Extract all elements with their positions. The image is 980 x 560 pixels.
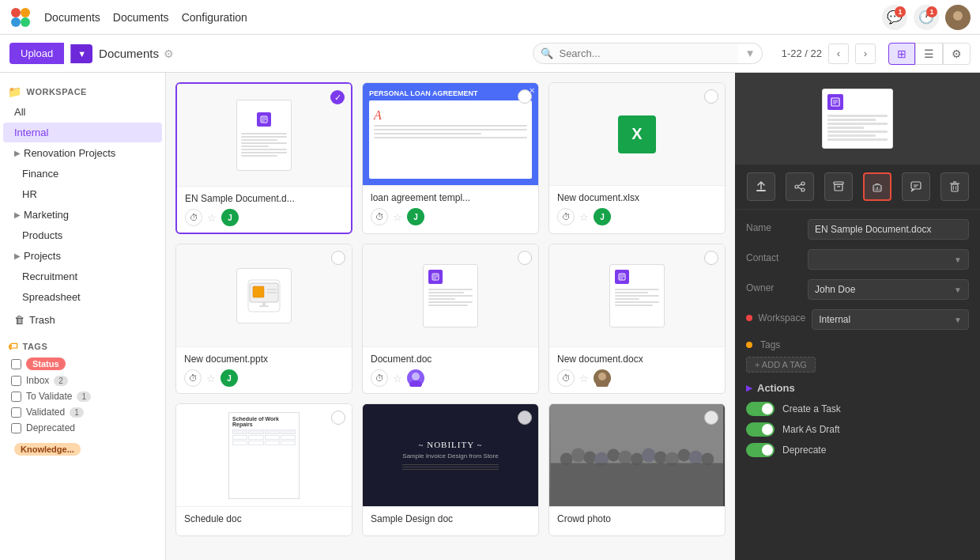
doc-card-footer-0: ⏱ ☆ J (185, 209, 343, 226)
doc-card-4[interactable]: Document.doc ⏱ ☆ (362, 244, 539, 394)
doc-star-3[interactable]: ☆ (206, 373, 216, 384)
doc-card-footer-4: ⏱ ☆ (371, 369, 530, 387)
messages-button[interactable]: 💬 1 (882, 5, 907, 30)
panel-share-button[interactable] (786, 172, 814, 201)
card-checkbox-0[interactable]: ✓ (330, 90, 345, 104)
tag-status-checkbox[interactable] (11, 359, 21, 369)
upload-dropdown-button[interactable]: ▼ (70, 44, 92, 63)
workspace-value[interactable]: Internal ▼ (812, 309, 969, 330)
card-checkbox-8[interactable] (704, 411, 718, 425)
tag-tovalidate-checkbox[interactable] (11, 392, 21, 402)
doc-star-5[interactable]: ☆ (579, 373, 589, 384)
sidebar-item-internal[interactable]: Internal (3, 123, 162, 142)
svg-line-52 (798, 184, 801, 186)
doc-star-2[interactable]: ☆ (579, 211, 589, 223)
doc-card-7[interactable]: ~ NOBILITY ~ Sample Invoice Design from … (362, 403, 539, 536)
page-prev-button[interactable]: ‹ (828, 44, 849, 64)
owner-value[interactable]: John Doe ▼ (808, 279, 969, 300)
user-avatar[interactable] (945, 5, 971, 30)
panel-doc-icon (827, 94, 843, 110)
panel-delete-button[interactable] (940, 172, 969, 201)
deprecate-toggle[interactable] (746, 443, 775, 457)
create-task-toggle[interactable] (746, 402, 775, 416)
search-input[interactable] (533, 43, 754, 64)
svg-point-28 (596, 380, 609, 387)
panel-archive-button[interactable] (824, 172, 853, 201)
tag-deprecated-item[interactable]: Deprecated (0, 420, 165, 436)
card-checkbox-4[interactable] (518, 251, 532, 265)
card-checkbox-1[interactable] (518, 89, 532, 104)
nav-documents[interactable]: Documents (113, 11, 169, 24)
card-checkbox-7[interactable] (518, 411, 532, 425)
settings-view-button[interactable]: ⚙ (943, 43, 971, 65)
doc-status-icon-5[interactable]: ⏱ (557, 369, 575, 387)
card-checkbox-2[interactable] (704, 89, 718, 104)
sidebar-item-recruitment[interactable]: Recruitment (3, 267, 162, 286)
card-checkbox-5[interactable] (704, 251, 718, 265)
doc-user-avatar-5 (594, 369, 611, 387)
app-logo[interactable] (9, 6, 32, 28)
doc-star-0[interactable]: ☆ (207, 212, 217, 224)
doc-status-icon-3[interactable]: ⏱ (184, 369, 202, 387)
doc-status-icon-2[interactable]: ⏱ (557, 208, 575, 225)
sidebar-item-finance[interactable]: Finance (3, 164, 162, 184)
list-view-button[interactable]: ☰ (915, 43, 943, 65)
doc-thumb-6: Schedule of Work Repairs (176, 404, 352, 507)
tovalidate-badge: 1 (77, 392, 91, 402)
nav-documents-app[interactable]: Documents (44, 11, 100, 24)
name-value[interactable]: EN Sample Document.docx (808, 219, 969, 240)
add-tag-button[interactable]: + ADD A TAG (746, 357, 816, 373)
doc-status-icon-4[interactable]: ⏱ (371, 369, 388, 387)
schedule-preview: Schedule of Work Repairs (176, 404, 352, 506)
owner-label: Owner (746, 279, 801, 293)
search-filter-button[interactable]: ▼ (738, 43, 762, 64)
nav-configuration[interactable]: Configuration (182, 11, 247, 24)
doc-card-1[interactable]: ✕ PERSONAL LOAN AGREEMENT A loan agreeme… (362, 82, 539, 234)
sidebar-item-products[interactable]: Products (3, 225, 162, 245)
breadcrumb-settings-icon[interactable]: ⚙ (164, 47, 174, 60)
doc-thumb-4 (363, 244, 538, 347)
doc-card-6[interactable]: Schedule of Work Repairs (175, 403, 352, 536)
tag-tovalidate-item[interactable]: To Validate 1 (0, 388, 165, 404)
grid-view-button[interactable]: ⊞ (888, 43, 915, 65)
tag-inbox-item[interactable]: Inbox 2 (0, 373, 165, 388)
activities-button[interactable]: 🕐 1 (914, 5, 939, 30)
tag-knowledge-item[interactable]: Knowledge... (3, 439, 162, 460)
doc-card-0[interactable]: ✓ EN Sample Document.d... ⏱ ☆ J (175, 82, 352, 234)
sidebar-item-spreadsheet[interactable]: Spreadsheet (3, 287, 162, 307)
doc-card-3[interactable]: New document.pptx ⏱ ☆ J (175, 244, 352, 394)
mark-draft-toggle[interactable] (746, 422, 775, 437)
doc-card-5[interactable]: New document.docx ⏱ ☆ (548, 244, 726, 394)
contact-value[interactable]: ▼ (808, 249, 969, 270)
svg-rect-48 (756, 190, 766, 191)
page-next-button[interactable]: › (855, 44, 876, 64)
doc-star-1[interactable]: ☆ (393, 211, 402, 223)
actions-title[interactable]: ▶ Actions (746, 382, 969, 394)
panel-lock-button[interactable] (863, 172, 891, 201)
tag-validated-item[interactable]: Validated 1 (0, 404, 165, 420)
sidebar-item-hr[interactable]: HR (3, 184, 162, 204)
tag-status-item[interactable]: Status (0, 355, 165, 373)
doc-card-2[interactable]: X New document.xlsx ⏱ ☆ J (548, 82, 726, 234)
tag-validated-checkbox[interactable] (11, 407, 21, 418)
sidebar-item-trash[interactable]: 🗑Trash (3, 310, 162, 330)
sidebar-item-marketing[interactable]: ▶Marketing (3, 205, 162, 225)
tag-deprecated-checkbox[interactable] (11, 423, 21, 433)
sidebar-item-renovation[interactable]: ▶Renovation Projects (3, 143, 162, 163)
svg-point-4 (953, 11, 963, 21)
actions-section: ▶ Actions Create a Task Mark As Draft De… (735, 382, 980, 464)
card-checkbox-6[interactable] (331, 411, 345, 425)
tag-inbox-checkbox[interactable] (11, 376, 21, 386)
field-contact: Contact ▼ (746, 249, 969, 270)
panel-upload-button[interactable] (747, 172, 775, 201)
sidebar-item-all[interactable]: All (3, 102, 162, 122)
card-checkbox-3[interactable] (331, 251, 345, 265)
doc-status-icon-1[interactable]: ⏱ (371, 208, 388, 225)
sidebar-item-projects[interactable]: ▶Projects (3, 246, 162, 266)
upload-button[interactable]: Upload (9, 43, 64, 64)
doc-thumb-0: ✓ (177, 84, 351, 187)
doc-star-4[interactable]: ☆ (393, 373, 402, 384)
doc-card-8[interactable]: Crowd photo (548, 403, 726, 536)
panel-chat-button[interactable] (902, 172, 930, 201)
doc-status-icon-0[interactable]: ⏱ (185, 209, 202, 226)
